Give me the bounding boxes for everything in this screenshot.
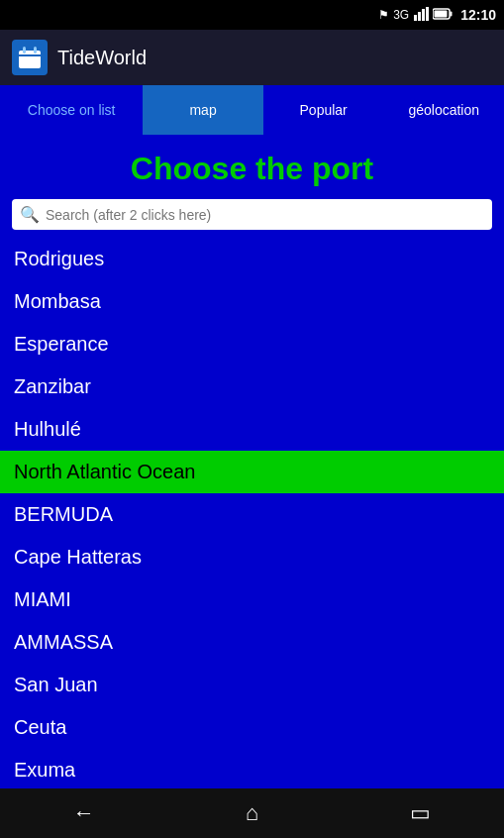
tab-geolocation[interactable]: géolocation xyxy=(383,85,504,135)
list-item[interactable]: Exuma xyxy=(0,749,504,788)
location-icon: ⚑ xyxy=(378,8,389,22)
svg-rect-6 xyxy=(435,10,448,17)
list-item[interactable]: Hulhulé xyxy=(0,408,504,451)
list-item[interactable]: BERMUDA xyxy=(0,493,504,536)
status-bar: ⚑ 3G 12:10 xyxy=(0,0,504,30)
svg-rect-0 xyxy=(414,15,417,21)
bottom-nav: ← ⌂ ▭ xyxy=(0,788,504,838)
back-button[interactable]: ← xyxy=(54,793,114,833)
search-bar[interactable]: 🔍 xyxy=(12,199,492,230)
main-content: Choose the port 🔍 Rodrigues Mombasa Espe… xyxy=(0,135,504,788)
list-item[interactable]: Zanzibar xyxy=(0,366,504,408)
tab-map[interactable]: map xyxy=(143,85,263,135)
svg-rect-3 xyxy=(426,7,429,21)
list-item[interactable]: Ceuta xyxy=(0,706,504,749)
home-button[interactable]: ⌂ xyxy=(222,793,281,833)
app-title: TideWorld xyxy=(57,47,147,69)
signal-bars xyxy=(413,7,429,24)
page-title: Choose the port xyxy=(0,135,504,195)
status-time: 12:10 xyxy=(460,7,496,23)
port-list: Rodrigues Mombasa Esperance Zanzibar Hul… xyxy=(0,238,504,788)
recents-button[interactable]: ▭ xyxy=(390,793,450,833)
tab-choose-on-list[interactable]: Choose on list xyxy=(0,85,143,135)
status-icons: ⚑ 3G 12:10 xyxy=(378,7,496,24)
svg-rect-8 xyxy=(19,51,41,68)
svg-rect-2 xyxy=(422,9,425,21)
list-item[interactable]: Esperance xyxy=(0,323,504,366)
list-item-highlighted[interactable]: North Atlantic Ocean xyxy=(0,451,504,493)
list-item[interactable]: Mombasa xyxy=(0,280,504,323)
list-item[interactable]: Cape Hatteras xyxy=(0,536,504,578)
list-item[interactable]: Rodrigues xyxy=(0,238,504,280)
svg-rect-9 xyxy=(19,54,41,56)
tab-bar: Choose on list map Popular géolocation xyxy=(0,85,504,135)
svg-rect-1 xyxy=(418,12,421,21)
app-icon xyxy=(12,40,48,75)
tab-popular[interactable]: Popular xyxy=(263,85,384,135)
signal-icon: 3G xyxy=(393,8,409,22)
battery-icon xyxy=(433,8,453,23)
svg-rect-10 xyxy=(23,47,26,53)
list-item[interactable]: MIAMI xyxy=(0,578,504,621)
list-item[interactable]: San Juan xyxy=(0,664,504,706)
svg-rect-5 xyxy=(451,11,453,16)
svg-rect-11 xyxy=(34,47,37,53)
list-item[interactable]: AMMASSA xyxy=(0,621,504,664)
search-icon: 🔍 xyxy=(20,205,40,224)
search-input[interactable] xyxy=(46,207,484,223)
app-bar: TideWorld xyxy=(0,30,504,85)
